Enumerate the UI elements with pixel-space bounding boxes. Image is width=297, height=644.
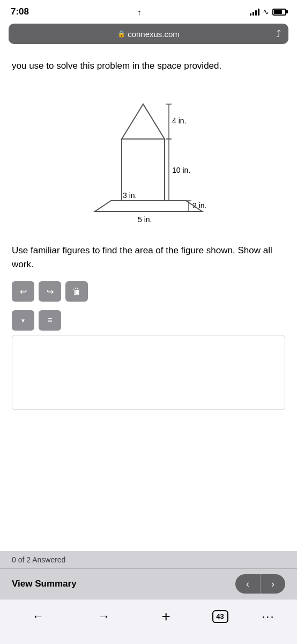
figure-container: 4 in. 10 in. 3 in. 2 in. 5 in. — [12, 83, 285, 233]
navigation-indicator: ↑ — [137, 8, 142, 17]
signal-icon — [250, 8, 259, 16]
status-icons: ∿ — [250, 8, 286, 16]
nav-arrows: ‹ › — [235, 574, 285, 594]
tabs-count-badge: 43 — [212, 610, 228, 623]
svg-text:5 in.: 5 in. — [138, 215, 152, 224]
text-format-button[interactable]: ≡ — [39, 310, 61, 331]
forward-arrow-icon: → — [98, 610, 110, 624]
more-dots-icon: ··· — [262, 610, 274, 623]
bottom-bar: 0 of 2 Answered View Summary ‹ › — [0, 551, 297, 599]
previous-question-button[interactable]: ‹ — [235, 574, 260, 594]
svg-marker-0 — [95, 201, 202, 211]
chevron-down-icon: ▼ — [20, 318, 26, 324]
view-summary-button[interactable]: View Summary — [12, 579, 77, 589]
redo-button[interactable]: ↪ — [39, 281, 61, 302]
svg-text:3 in.: 3 in. — [123, 191, 137, 200]
delete-button[interactable]: 🗑 — [65, 281, 88, 302]
answer-input-area[interactable] — [12, 335, 285, 410]
address-bar[interactable]: 🔒 connexus.com ⤴ — [9, 24, 288, 44]
svg-marker-2 — [122, 104, 165, 139]
question-text: Use familiar figures to find the area of… — [12, 244, 285, 272]
dropdown-button[interactable]: ▼ — [12, 310, 34, 331]
battery-icon — [272, 9, 286, 16]
url-text: connexus.com — [128, 30, 180, 39]
svg-text:4 in.: 4 in. — [172, 116, 186, 125]
status-bar: 7:08 ↑ ∿ — [0, 0, 297, 24]
wifi-icon: ∿ — [263, 8, 269, 16]
browser-forward-button[interactable]: → — [88, 605, 120, 628]
undo-button[interactable]: ↩ — [12, 281, 34, 302]
svg-text:2 in.: 2 in. — [192, 201, 206, 210]
more-button[interactable]: ··· — [262, 610, 274, 624]
address-text: 🔒 connexus.com — [117, 30, 180, 39]
geometry-figure: 4 in. 10 in. 3 in. 2 in. 5 in. — [84, 88, 213, 228]
lock-icon: 🔒 — [117, 30, 125, 38]
new-tab-button[interactable]: + — [154, 604, 179, 629]
plus-icon: + — [162, 608, 170, 625]
browser-nav-bar: ← → + 43 ··· — [0, 599, 297, 644]
share-button[interactable]: ⤴ — [276, 28, 281, 40]
tabs-button[interactable]: 43 — [212, 610, 228, 623]
next-question-button[interactable]: › — [261, 574, 285, 594]
answered-count: 0 of 2 Answered — [0, 551, 297, 569]
summary-row: View Summary ‹ › — [0, 569, 297, 599]
toolbar: ↩ ↪ 🗑 ▼ ≡ — [12, 281, 285, 331]
status-time: 7:08 — [11, 6, 29, 17]
content-area: you use to solve this problem in the spa… — [0, 49, 297, 410]
browser-back-button[interactable]: ← — [22, 605, 54, 628]
back-arrow-icon: ← — [32, 610, 44, 624]
intro-text: you use to solve this problem in the spa… — [12, 59, 285, 73]
svg-text:10 in.: 10 in. — [172, 166, 190, 174]
